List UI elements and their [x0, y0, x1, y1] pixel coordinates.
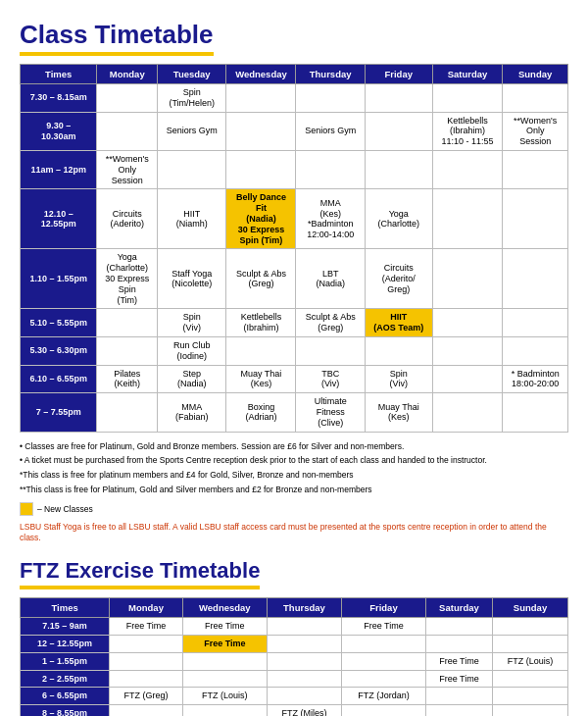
saturday-cell — [432, 336, 503, 365]
ftz-friday-cell: Free Time — [341, 618, 425, 636]
wednesday-cell — [226, 112, 296, 150]
saturday-cell — [432, 393, 503, 432]
ftz-friday-cell — [341, 636, 425, 653]
friday-cell: Yoga (Charlotte) — [365, 189, 432, 249]
ftz-sunday-cell — [493, 670, 568, 688]
ftz-timetable: Times Monday Wednesday Thursday Friday S… — [20, 597, 568, 716]
ftz-time-cell: 12 – 12.55pm — [21, 636, 110, 653]
ftz-thursday-cell — [267, 618, 341, 636]
ftz-time-cell: 2 – 2.55pm — [21, 670, 110, 688]
friday-cell — [365, 150, 432, 188]
sunday-cell — [503, 309, 568, 337]
tuesday-cell: Staff Yoga (Nicolette) — [158, 249, 226, 309]
sunday-cell — [503, 84, 568, 113]
ftz-saturday-cell — [425, 618, 492, 636]
friday-cell — [365, 112, 432, 150]
ftz-col-header-times: Times — [21, 598, 110, 618]
ftz-thursday-cell — [267, 652, 341, 670]
time-cell: 1.10 – 1.55pm — [21, 249, 97, 309]
ftz-col-header-wednesday: Wednesday — [182, 598, 267, 618]
friday-cell — [365, 336, 432, 365]
ftz-friday-cell — [341, 652, 425, 670]
monday-cell — [97, 393, 158, 432]
time-cell: 12.10 – 12.55pm — [21, 189, 97, 249]
legend-label: – New Classes — [37, 504, 93, 514]
ftz-sunday-cell — [493, 636, 568, 653]
ftz-wednesday-cell — [182, 670, 267, 688]
ftz-col-header-friday: Friday — [341, 598, 425, 618]
tuesday-cell: Run Club (Iodine) — [158, 336, 226, 365]
ftz-table-row: 2 – 2.55pmFree Time — [21, 670, 568, 688]
monday-cell: **Women's Only Session — [97, 150, 158, 188]
ftz-saturday-cell — [425, 705, 492, 716]
ftz-monday-cell — [110, 670, 183, 688]
monday-cell: Yoga (Charlotte) 30 Express Spin (Tim) — [97, 249, 158, 309]
thursday-cell: Sculpt & Abs (Greg) — [296, 309, 365, 337]
time-cell: 5.10 – 5.55pm — [21, 309, 97, 337]
ftz-friday-cell: FTZ (Jordan) — [341, 688, 425, 705]
ftz-monday-cell — [110, 652, 183, 670]
table-row: 12.10 – 12.55pmCircuits (Aderito)HIIT (N… — [21, 189, 568, 249]
note-line: • A ticket must be purchased from the Sp… — [20, 454, 568, 467]
friday-cell: Muay Thai (Kes) — [365, 393, 432, 432]
ftz-saturday-cell: Free Time — [425, 670, 492, 688]
note-line: • Classes are free for Platinum, Gold an… — [20, 440, 568, 453]
monday-cell — [97, 84, 158, 113]
ftz-thursday-cell — [267, 670, 341, 688]
thursday-cell: MMA (Kes) *Badminton 12:00-14:00 — [296, 189, 365, 249]
wednesday-cell: Boxing (Adrian) — [226, 393, 296, 432]
ftz-table-row: 1 – 1.55pmFree TimeFTZ (Louis) — [21, 652, 568, 670]
saturday-cell — [432, 365, 503, 393]
saturday-cell — [432, 249, 503, 309]
wednesday-cell — [226, 150, 296, 188]
sunday-cell: * Badminton 18:00-20:00 — [503, 365, 568, 393]
saturday-cell — [432, 150, 503, 188]
ftz-col-header-monday: Monday — [110, 598, 183, 618]
ftz-wednesday-cell: Free Time — [182, 636, 267, 653]
note-line: **This class is free for Platinum, Gold … — [20, 484, 568, 496]
ftz-time-cell: 1 – 1.55pm — [21, 652, 110, 670]
sunday-cell — [503, 393, 568, 432]
legend-box — [20, 502, 33, 516]
col-header-thursday: Thursday — [296, 65, 365, 84]
table-row: 7 – 7.55pmMMA (Fabian)Boxing (Adrian)Ult… — [21, 393, 568, 432]
thursday-cell: Seniors Gym — [296, 112, 365, 150]
wednesday-cell: Kettlebells (Ibrahim) — [226, 309, 296, 337]
note-line: *This class is free for platinum members… — [20, 469, 568, 482]
ftz-monday-cell: Free Time — [110, 618, 183, 636]
ftz-thursday-cell — [267, 636, 341, 653]
ftz-saturday-cell — [425, 636, 492, 653]
monday-cell: Pilates (Keith) — [97, 365, 158, 393]
ftz-col-header-thursday: Thursday — [267, 598, 341, 618]
tuesday-cell: Step (Nadia) — [158, 365, 226, 393]
legend: – New Classes — [20, 502, 568, 516]
saturday-cell: Kettlebells (Ibrahim) 11:10 - 11:55 — [432, 112, 503, 150]
saturday-cell — [432, 189, 503, 249]
time-cell: 7 – 7.55pm — [21, 393, 97, 432]
ftz-friday-cell — [341, 670, 425, 688]
sunday-cell — [503, 249, 568, 309]
friday-cell: HIIT (AOS Team) — [365, 309, 432, 337]
col-header-monday: Monday — [97, 65, 158, 84]
ftz-saturday-cell: Free Time — [425, 652, 492, 670]
ftz-thursday-cell — [267, 688, 341, 705]
table-row: 7.30 – 8.15amSpin (Tim/Helen) — [21, 84, 568, 113]
col-header-times: Times — [21, 65, 97, 84]
sunday-cell — [503, 336, 568, 365]
ftz-monday-cell — [110, 705, 183, 716]
table-row: 5.30 – 6.30pmRun Club (Iodine) — [21, 336, 568, 365]
ftz-saturday-cell — [425, 688, 492, 705]
monday-cell — [97, 112, 158, 150]
table-row: 5.10 – 5.55pmSpin (Viv)Kettlebells (Ibra… — [21, 309, 568, 337]
table-row: 9.30 – 10.30amSeniors GymSeniors GymKett… — [21, 112, 568, 150]
monday-cell — [97, 336, 158, 365]
class-notes: • Classes are free for Platinum, Gold an… — [20, 440, 568, 496]
ftz-time-cell: 6 – 6.55pm — [21, 688, 110, 705]
col-header-friday: Friday — [365, 65, 432, 84]
ftz-wednesday-cell: Free Time — [182, 618, 267, 636]
tuesday-cell: Spin (Viv) — [158, 309, 226, 337]
friday-cell: Circuits (Aderito/ Greg) — [365, 249, 432, 309]
thursday-cell: TBC (Viv) — [296, 365, 365, 393]
monday-cell: Circuits (Aderito) — [97, 189, 158, 249]
time-cell: 7.30 – 8.15am — [21, 84, 97, 113]
